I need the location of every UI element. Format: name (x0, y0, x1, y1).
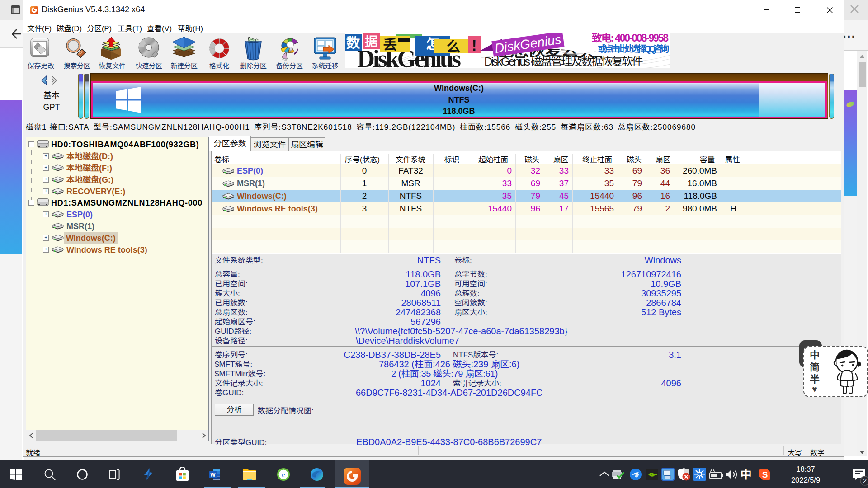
svg-text:丢: 丢 (383, 37, 397, 53)
svg-text:S: S (762, 470, 768, 479)
svg-text:!: ! (472, 37, 477, 54)
svg-text:或点击此处选择QQ咨询: 或点击此处选择QQ咨询 (598, 44, 669, 54)
svg-text:2: 2 (863, 477, 867, 484)
svg-text:么: 么 (447, 39, 461, 55)
svg-text:致电: 400-008-9958: 致电: 400-008-9958 (592, 33, 669, 44)
svg-text:W: W (210, 472, 216, 478)
svg-text:e: e (282, 470, 285, 479)
svg-text:数: 数 (346, 35, 361, 51)
svg-text:据: 据 (364, 34, 377, 49)
svg-text:DiskGenius 磁盘管理及数据恢复软件: DiskGenius 磁盘管理及数据恢复软件 (484, 55, 643, 68)
